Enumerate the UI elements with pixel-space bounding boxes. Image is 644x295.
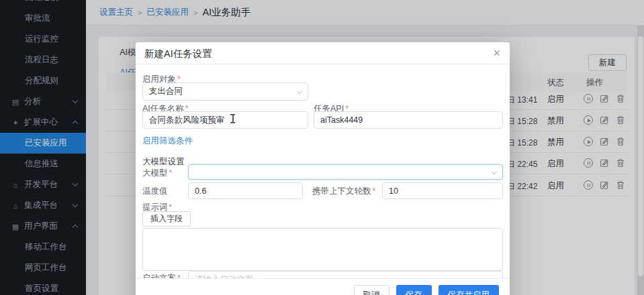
enable-filter-link[interactable]: 启用筛选条件	[142, 135, 193, 147]
temperature-input[interactable]	[188, 182, 303, 199]
model-label: 大模型	[142, 168, 168, 178]
required-asterisk: *	[169, 202, 173, 212]
save-button[interactable]: 保存	[396, 285, 432, 295]
new-ai-task-modal: 新建AI任务设置 × 启用对象* 支出合同 AI任务名称* 任务API* 启用筛…	[136, 42, 510, 295]
model-section-label: 大模型设置	[142, 156, 185, 168]
app-window: 流程建模 审批流 运行监控 流程日志 分配规则 ▤ 分析 ✦ 扩展中心 已安装应…	[0, 0, 644, 295]
context-rounds-label: 携带上下文轮数	[312, 186, 371, 196]
save-and-enable-button[interactable]: 保存并启用	[439, 285, 500, 295]
task-api-input[interactable]	[314, 111, 503, 129]
insert-field-button[interactable]: 插入字段	[142, 211, 191, 227]
modal-footer: 取消 保存 保存并启用	[136, 278, 510, 295]
chevron-down-icon	[492, 169, 497, 174]
prompt-label: 提示词	[142, 202, 168, 212]
required-asterisk: *	[169, 168, 173, 178]
temperature-label: 温度值	[142, 186, 168, 197]
cancel-button[interactable]: 取消	[354, 285, 389, 295]
prompt-textarea[interactable]	[142, 228, 503, 271]
enable-object-select[interactable]: 支出合同	[142, 82, 308, 101]
text-cursor-icon	[232, 115, 234, 123]
model-select[interactable]	[188, 164, 503, 180]
context-rounds-input[interactable]	[382, 182, 503, 199]
modal-title: 新建AI任务设置	[144, 48, 212, 60]
task-name-input[interactable]	[142, 111, 308, 129]
close-icon[interactable]: ×	[493, 46, 500, 60]
required-asterisk: *	[373, 186, 376, 196]
chevron-down-icon	[297, 88, 302, 94]
